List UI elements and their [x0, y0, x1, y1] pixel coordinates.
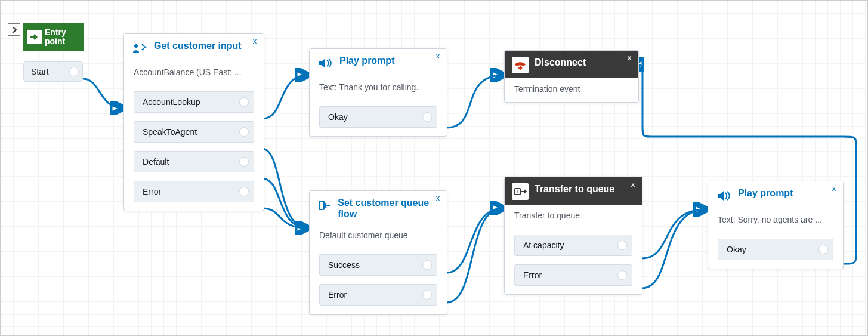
close-icon[interactable]: x	[629, 180, 637, 189]
node-subtitle: Transfer to queue	[505, 205, 642, 229]
entry-start-label: Start	[31, 67, 49, 76]
branch-label: Error	[328, 290, 347, 300]
output-port[interactable]	[422, 290, 432, 300]
set-customer-queue-flow-node[interactable]: Set customer queue flow x Default custom…	[309, 190, 447, 315]
sidebar-expand-handle[interactable]	[8, 23, 20, 36]
node-header[interactable]: Play prompt x	[708, 181, 843, 209]
branch-label: SpeakToAgent	[143, 127, 197, 137]
branch-error[interactable]: Error	[514, 264, 632, 286]
node-branches: AccountLookup SpeakToAgent Default Error	[124, 85, 264, 211]
entry-point-title: Entry point	[45, 28, 81, 47]
entry-point-block[interactable]: Entry point Start	[23, 23, 84, 82]
node-header[interactable]: Transfer to queue x	[505, 177, 642, 205]
play-prompt-node-1[interactable]: Play prompt x Text: Thank you for callin…	[309, 48, 447, 137]
flow-in-icon	[317, 197, 332, 214]
node-header[interactable]: Set customer queue flow x	[310, 191, 447, 224]
branch-label: Okay	[727, 245, 746, 254]
branch-default[interactable]: Default	[134, 151, 254, 172]
branch-label: Error	[523, 270, 542, 280]
branch-label: Success	[328, 260, 360, 270]
entry-arrow-icon	[27, 27, 42, 47]
branch-okay[interactable]: Okay	[319, 106, 437, 128]
flow-canvas[interactable]: Entry point Start Get customer input x A…	[0, 0, 868, 336]
branch-error[interactable]: Error	[319, 284, 437, 306]
branch-error[interactable]: Error	[134, 181, 254, 202]
entry-start-slot[interactable]: Start	[23, 61, 83, 82]
output-port[interactable]	[239, 97, 249, 107]
output-port[interactable]	[818, 245, 828, 254]
branch-at-capacity[interactable]: At capacity	[514, 235, 632, 256]
node-title: Play prompt	[738, 187, 793, 199]
branch-accountlookup[interactable]: AccountLookup	[134, 91, 254, 113]
branch-label: At capacity	[523, 241, 564, 250]
hangup-phone-icon	[512, 57, 529, 73]
node-subtitle: AccountBalance (US East: ...	[124, 61, 264, 85]
branch-speaktoagent[interactable]: SpeakToAgent	[134, 121, 254, 143]
close-icon[interactable]: x	[251, 36, 259, 45]
output-port[interactable]	[69, 67, 79, 76]
output-port[interactable]	[422, 112, 432, 122]
branch-label: Error	[143, 187, 161, 196]
node-title: Transfer to queue	[535, 183, 614, 195]
get-customer-input-node[interactable]: Get customer input x AccountBalance (US …	[123, 33, 264, 211]
branch-label: AccountLookup	[143, 97, 200, 107]
close-icon[interactable]: x	[434, 193, 442, 202]
node-header[interactable]: Get customer input x	[124, 34, 264, 61]
chevron-right-icon	[12, 26, 17, 33]
branch-label: Okay	[328, 112, 348, 122]
node-branches: Okay	[310, 100, 447, 136]
node-title: Get customer input	[154, 40, 242, 51]
transfer-to-queue-node[interactable]: Transfer to queue x Transfer to queue At…	[504, 177, 642, 295]
svg-point-1	[134, 44, 138, 48]
output-port[interactable]	[239, 127, 249, 137]
branch-label: Default	[143, 157, 169, 167]
branch-okay[interactable]: Okay	[718, 239, 833, 260]
node-title: Disconnect	[535, 57, 586, 68]
branch-success[interactable]: Success	[319, 254, 437, 276]
play-prompt-node-2[interactable]: Play prompt x Text: Sorry, no agents are…	[708, 181, 844, 269]
node-branches: Success Error	[310, 248, 447, 314]
output-port[interactable]	[617, 270, 627, 280]
people-share-icon	[131, 40, 148, 57]
output-port[interactable]	[239, 187, 249, 196]
close-icon[interactable]: x	[830, 184, 838, 193]
speaker-icon	[317, 55, 333, 72]
output-port[interactable]	[617, 241, 627, 250]
node-subtitle: Termination event	[505, 78, 638, 102]
node-subtitle: Text: Sorry, no agents are ...	[708, 209, 843, 233]
node-title: Play prompt	[339, 55, 394, 66]
close-icon[interactable]: x	[625, 53, 634, 62]
node-branches: Okay	[708, 233, 843, 269]
transfer-icon	[512, 183, 529, 200]
entry-point-header: Entry point	[23, 23, 84, 51]
node-subtitle: Default customer queue	[310, 224, 447, 248]
node-header[interactable]: Play prompt x	[310, 49, 447, 76]
node-title: Set customer queue flow	[338, 197, 440, 220]
node-header[interactable]: Disconnect x	[505, 51, 638, 78]
output-port[interactable]	[422, 260, 432, 270]
speaker-icon	[715, 187, 732, 204]
node-subtitle: Text: Thank you for calling.	[310, 76, 447, 100]
output-port[interactable]	[239, 157, 249, 167]
disconnect-node[interactable]: Disconnect x Termination event	[504, 50, 639, 103]
close-icon[interactable]: x	[434, 51, 442, 60]
node-branches: At capacity Error	[505, 229, 642, 294]
